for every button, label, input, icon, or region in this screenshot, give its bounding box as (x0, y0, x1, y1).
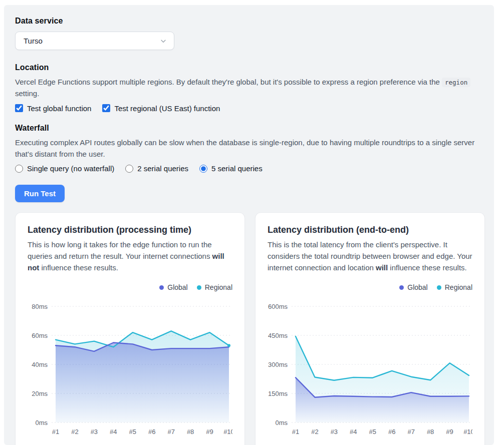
checkbox-label: Test global function (27, 104, 91, 113)
processing-time-chart: 0ms20ms40ms60ms80ms#1#2#3#4#5#6#7#8#9#10 (28, 297, 232, 438)
location-description: Vercel Edge Functions support multiple r… (15, 76, 483, 100)
legend-label: Regional (205, 283, 232, 291)
series-end-marker (227, 344, 230, 347)
text: Executing complex API routes globally ca… (15, 138, 474, 158)
radio-2-serial-queries[interactable]: 2 serial queries (125, 164, 188, 173)
chart-legend: Global Regional (28, 283, 232, 291)
y-tick-label: 300ms (268, 361, 288, 368)
radio-5-serial-queries[interactable]: 5 serial queries (199, 164, 263, 173)
radio-input[interactable] (199, 165, 207, 173)
legend-label: Global (167, 283, 187, 291)
x-tick-label: #1 (52, 428, 59, 435)
x-tick-label: #4 (350, 428, 357, 435)
regional-dot-icon (197, 285, 201, 290)
x-tick-label: #1 (292, 428, 299, 435)
legend-label: Global (407, 283, 427, 291)
processing-chart-description: This is how long it takes for the edge f… (28, 239, 232, 273)
end-to-end-chart-title: Latency distribution (end-to-end) (268, 225, 472, 235)
radio-label: 2 serial queries (137, 164, 188, 173)
y-tick-label: 150ms (268, 390, 288, 397)
end-to-end-card: Latency distribution (end-to-end) This i… (255, 212, 485, 445)
chart-legend: Global Regional (268, 283, 472, 291)
text: Vercel Edge Functions support multiple r… (15, 78, 442, 86)
text: setting. (15, 89, 39, 98)
checkbox-label: Test regional (US East) function (114, 104, 220, 113)
x-tick-label: #8 (427, 428, 434, 435)
legend-item-regional: Regional (437, 283, 472, 291)
radio-input[interactable] (15, 165, 23, 173)
run-test-button[interactable]: Run Test (15, 185, 65, 202)
legend-label: Regional (445, 283, 472, 291)
waterfall-description: Executing complex API routes globally ca… (15, 137, 483, 160)
x-tick-label: #6 (388, 428, 395, 435)
x-tick-label: #5 (369, 428, 376, 435)
data-service-select[interactable]: Turso (15, 32, 174, 50)
x-tick-label: #8 (187, 428, 194, 435)
y-tick-label: 0ms (275, 419, 288, 426)
location-checkboxes: Test global functionTest regional (US Ea… (15, 104, 483, 113)
series-area-global (56, 343, 229, 423)
y-tick-label: 600ms (268, 303, 288, 310)
legend-item-global: Global (399, 283, 427, 291)
chart-cards: Latency distribution (processing time) T… (15, 212, 483, 445)
radio-input[interactable] (125, 165, 133, 173)
y-tick-label: 0ms (35, 419, 48, 426)
y-tick-label: 80ms (32, 303, 48, 310)
y-tick-label: 450ms (268, 332, 288, 339)
data-service-selected-value: Turso (24, 37, 43, 45)
data-service-heading: Data service (15, 17, 483, 26)
text: influence these results. (39, 263, 118, 272)
regional-dot-icon (437, 285, 441, 290)
y-tick-label: 20ms (32, 390, 48, 397)
x-tick-label: #10 (463, 428, 472, 435)
global-dot-icon (399, 285, 404, 290)
checkbox-test-regional-us-east-function[interactable]: Test regional (US East) function (102, 104, 220, 113)
x-tick-label: #9 (206, 428, 213, 435)
checkbox-test-global-function[interactable]: Test global function (15, 104, 91, 113)
processing-chart-title: Latency distribution (processing time) (28, 225, 232, 235)
text: This is how long it takes for the edge f… (28, 240, 212, 260)
y-tick-label: 40ms (32, 361, 48, 368)
checkbox-input[interactable] (102, 104, 110, 112)
bold-text: will (376, 263, 388, 272)
waterfall-heading: Waterfall (15, 124, 483, 133)
x-tick-label: #4 (110, 428, 117, 435)
chevron-down-icon (160, 38, 167, 45)
radio-single-query-no-waterfall[interactable]: Single query (no waterfall) (15, 164, 114, 173)
processing-time-card: Latency distribution (processing time) T… (15, 212, 245, 445)
x-tick-label: #2 (71, 428, 78, 435)
legend-item-global: Global (159, 283, 187, 291)
waterfall-options: Single query (no waterfall)2 serial quer… (15, 164, 483, 173)
inline-code: region (442, 78, 470, 87)
x-tick-label: #9 (446, 428, 453, 435)
end-to-end-chart-description: This is the total latency from the clien… (268, 239, 472, 273)
x-tick-label: #5 (129, 428, 136, 435)
x-tick-label: #7 (407, 428, 414, 435)
main-panel: Data service Turso Location Vercel Edge … (4, 5, 494, 445)
global-dot-icon (159, 285, 164, 290)
checkbox-input[interactable] (15, 104, 23, 112)
x-tick-label: #3 (91, 428, 98, 435)
x-tick-label: #2 (311, 428, 318, 435)
x-tick-label: #3 (331, 428, 338, 435)
y-tick-label: 60ms (32, 332, 48, 339)
x-tick-label: #7 (167, 428, 174, 435)
radio-label: Single query (no waterfall) (27, 164, 114, 173)
text: influence these results. (388, 263, 467, 272)
location-heading: Location (15, 63, 483, 72)
x-tick-label: #6 (148, 428, 155, 435)
end-to-end-chart: 0ms150ms300ms450ms600ms#1#2#3#4#5#6#7#8#… (268, 297, 472, 438)
x-tick-label: #10 (223, 428, 232, 435)
radio-label: 5 serial queries (211, 164, 263, 173)
legend-item-regional: Regional (197, 283, 232, 291)
